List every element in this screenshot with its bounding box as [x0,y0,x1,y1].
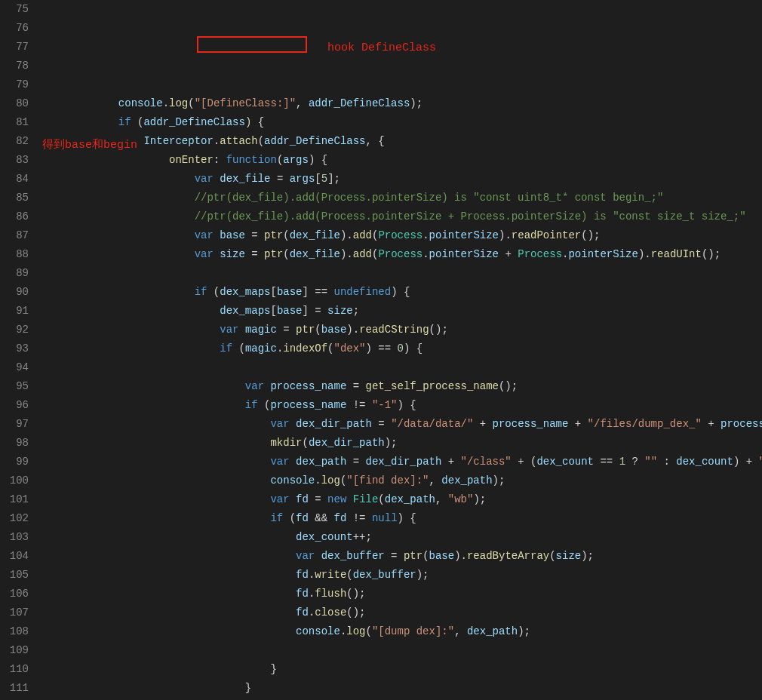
code-line: fd.write(dex_buffer); [42,566,762,585]
line-number: 110 [0,660,29,679]
code-line: fd.close(); [42,603,762,622]
line-number: 87 [0,226,29,245]
line-number-gutter: 7576777879808182838485868788899091929394… [0,0,42,700]
line-number: 81 [0,113,29,132]
line-number: 89 [0,264,29,283]
line-number: 90 [0,283,29,302]
code-area: hook DefineClass 得到base和begin console.lo… [42,0,762,700]
code-editor: 7576777879808182838485868788899091929394… [0,0,762,700]
code-line: //ptr(dex_file).add(Process.pointerSize … [42,207,762,226]
code-line [42,358,762,377]
line-number: 75 [0,0,29,19]
line-number: 107 [0,603,29,622]
line-number: 88 [0,245,29,264]
code-line: var fd = new File(dex_path, "wb"); [42,490,762,509]
line-number: 104 [0,547,29,566]
line-number: 98 [0,434,29,453]
code-line: //ptr(dex_file).add(Process.pointerSize)… [42,189,762,207]
line-number: 91 [0,302,29,321]
code-line: var size = ptr(dex_file).add(Process.poi… [42,245,762,264]
line-number: 111 [0,679,29,698]
line-number: 106 [0,585,29,603]
code-line: if (process_name != "-1") { [42,396,762,415]
code-line: fd.flush(); [42,585,762,603]
line-number: 79 [0,75,29,94]
line-number: 109 [0,641,29,660]
line-number: 94 [0,358,29,377]
code-line: console.log("[DefineClass:]", addr_Defin… [42,94,762,113]
annotation-base-begin: 得到base和begin [42,136,137,155]
line-number: 77 [0,38,29,57]
code-line [42,641,762,660]
code-line [42,264,762,283]
line-number: 105 [0,566,29,585]
line-number: 103 [0,528,29,547]
code-line: if (addr_DefineClass) { [42,113,762,132]
code-line: var dex_buffer = ptr(base).readByteArray… [42,547,762,566]
line-number: 101 [0,490,29,509]
code-line: dex_maps[base] = size; [42,302,762,321]
line-number: 95 [0,377,29,396]
line-number: 83 [0,151,29,170]
annotation-hook-defineclass: hook DefineClass [327,38,436,57]
line-number: 84 [0,170,29,189]
code-line: if (dex_maps[base] == undefined) { [42,283,762,302]
line-number: 92 [0,321,29,339]
code-line: console.log("[find dex]:", dex_path); [42,471,762,490]
line-number: 108 [0,622,29,641]
highlight-box [197,36,307,53]
code-line: onEnter: function(args) { [42,151,762,170]
code-line: console.log("[dump dex]:", dex_path); [42,622,762,641]
line-number: 82 [0,132,29,151]
line-number: 100 [0,471,29,490]
code-line: } [42,660,762,679]
line-number: 76 [0,19,29,38]
line-number: 99 [0,453,29,471]
code-line: var magic = ptr(base).readCString(); [42,321,762,339]
code-line: } [42,679,762,698]
line-number: 78 [0,57,29,75]
line-number: 80 [0,94,29,113]
code-line: if (fd && fd != null) { [42,509,762,528]
code-line: if (magic.indexOf("dex") == 0) { [42,339,762,358]
line-number: 96 [0,396,29,415]
code-line: Interceptor.attach(addr_DefineClass, { [42,132,762,151]
code-line: var process_name = get_self_process_name… [42,377,762,396]
code-line: dex_count++; [42,528,762,547]
line-number: 85 [0,189,29,207]
line-number: 93 [0,339,29,358]
line-number: 102 [0,509,29,528]
code-line: mkdir(dex_dir_path); [42,434,762,453]
line-number: 97 [0,415,29,434]
code-line: var base = ptr(dex_file).add(Process.poi… [42,226,762,245]
line-number: 86 [0,207,29,226]
code-line: var dex_path = dex_dir_path + "/class" +… [42,453,762,471]
code-line: var dex_dir_path = "/data/data/" + proce… [42,415,762,434]
code-line: var dex_file = args[5]; [42,170,762,189]
